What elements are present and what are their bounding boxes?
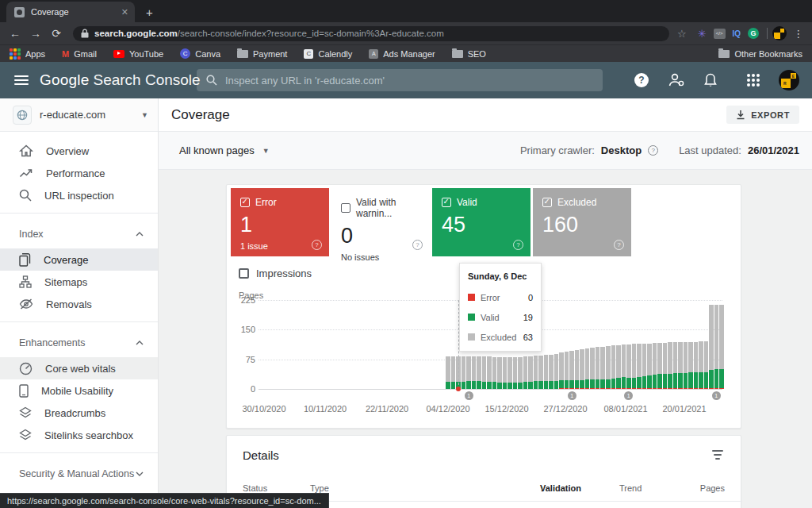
stacked-bar[interactable] <box>462 356 466 389</box>
hamburger-menu-icon[interactable] <box>14 73 29 87</box>
bookmark-ads-manager[interactable]: A Ads Manager <box>369 49 435 59</box>
browser-tab-coverage[interactable]: Coverage ✕ <box>6 2 135 22</box>
column-type[interactable]: Type <box>310 483 329 493</box>
stacked-bar[interactable] <box>642 344 647 389</box>
stacked-bar[interactable] <box>580 349 584 389</box>
stacked-bar[interactable] <box>492 357 497 389</box>
annotation-marker[interactable]: 1 <box>568 391 576 400</box>
stacked-bar[interactable] <box>534 356 538 389</box>
export-button[interactable]: EXPORT <box>726 106 799 124</box>
stacked-bar[interactable] <box>673 342 678 389</box>
stacked-bar[interactable] <box>518 357 523 389</box>
status-card-valid-with-warnings[interactable]: Valid with warnin... 0 No issues ? <box>331 188 430 256</box>
stacked-bar[interactable] <box>565 352 569 389</box>
sidebar-item-sitelinks-searchbox[interactable]: Sitelinks searchbox <box>0 424 158 446</box>
annotation-marker[interactable]: 1 <box>465 391 473 400</box>
column-trend[interactable]: Trend <box>619 483 642 493</box>
stacked-bar[interactable] <box>704 341 709 389</box>
status-card-valid[interactable]: Valid 45 ? <box>432 188 530 256</box>
help-icon[interactable]: ? <box>634 73 649 87</box>
stacked-bar[interactable] <box>688 342 693 389</box>
stacked-bar[interactable] <box>637 344 642 389</box>
stacked-bar[interactable] <box>596 347 600 389</box>
impressions-toggle[interactable]: Impressions <box>239 267 312 279</box>
stacked-bar[interactable] <box>538 356 543 389</box>
stacked-bar[interactable] <box>554 354 559 389</box>
status-card-error[interactable]: Error 1 1 issue ? <box>231 188 329 256</box>
stacked-bar[interactable] <box>472 356 477 389</box>
other-bookmarks[interactable]: Other Bookmarks <box>718 49 802 59</box>
address-bar[interactable]: search.google.com/search-console/index?r… <box>73 26 669 41</box>
stacked-bar[interactable] <box>719 305 724 389</box>
error-checkbox[interactable] <box>240 198 250 207</box>
stacked-bar[interactable] <box>663 343 668 389</box>
stacked-bar[interactable] <box>575 350 580 389</box>
sidebar-item-core-web-vitals[interactable]: Core web vitals <box>0 357 158 379</box>
extension-grammarly-icon[interactable]: G <box>748 28 759 39</box>
stacked-bar[interactable] <box>544 355 549 389</box>
browser-profile-avatar[interactable] <box>772 26 787 40</box>
stacked-bar[interactable] <box>590 348 595 389</box>
crawler-help-icon[interactable]: ? <box>648 145 658 156</box>
stacked-bar[interactable] <box>549 355 553 389</box>
impressions-checkbox[interactable] <box>239 268 249 279</box>
stacked-bar[interactable] <box>699 341 703 389</box>
stacked-bar[interactable] <box>482 356 487 389</box>
sidebar-item-sitemaps[interactable]: Sitemaps <box>0 271 158 293</box>
stacked-bar[interactable] <box>632 344 637 389</box>
bookmark-payment[interactable]: Payment <box>237 49 287 59</box>
new-tab-button[interactable]: + <box>146 6 153 18</box>
help-icon[interactable]: ? <box>513 240 523 250</box>
bookmark-gmail[interactable]: M Gmail <box>62 49 97 59</box>
google-apps-grid-icon[interactable] <box>747 74 760 87</box>
tab-close-icon[interactable]: ✕ <box>121 8 128 17</box>
help-icon[interactable]: ? <box>312 240 322 250</box>
stacked-bar[interactable] <box>513 357 518 389</box>
back-button-icon[interactable]: ← <box>5 27 25 40</box>
bookmark-star-icon[interactable]: ☆ <box>677 28 687 40</box>
stacked-bar[interactable] <box>694 342 699 389</box>
sidebar-item-url-inspection[interactable]: URL inspection <box>0 184 158 206</box>
bookmark-apps[interactable]: Apps <box>10 48 45 60</box>
account-settings-icon[interactable] <box>668 73 685 87</box>
stacked-bar[interactable] <box>451 356 456 389</box>
stacked-bar[interactable] <box>678 342 683 389</box>
gsc-logo[interactable]: GoogleSearch Console <box>40 71 201 89</box>
extension-flower-icon[interactable]: ✳ <box>698 28 707 40</box>
stacked-bar[interactable] <box>600 347 605 389</box>
stacked-bar[interactable] <box>657 343 662 389</box>
extension-code-icon[interactable]: </> <box>714 29 726 39</box>
annotation-marker[interactable]: 1 <box>712 391 721 400</box>
stacked-bar[interactable] <box>626 344 631 389</box>
excluded-checkbox[interactable] <box>542 198 552 207</box>
stacked-bar[interactable] <box>622 344 626 389</box>
status-card-excluded[interactable]: Excluded 160 ? <box>533 188 631 256</box>
sidebar-item-performance[interactable]: Performance <box>0 162 158 184</box>
sidebar-item-overview[interactable]: Overview <box>0 140 158 162</box>
annotation-marker[interactable]: 1 <box>624 391 633 400</box>
scope-filter-dropdown[interactable]: All known pages ▼ <box>179 144 270 156</box>
sidebar-item-removals[interactable]: Removals <box>0 293 158 315</box>
bookmark-calendly[interactable]: C Calendly <box>304 49 352 59</box>
stacked-bar[interactable] <box>497 357 502 389</box>
stacked-bar[interactable] <box>487 356 492 389</box>
stacked-bar[interactable] <box>528 356 533 389</box>
stacked-bar[interactable] <box>559 352 564 389</box>
stacked-bar[interactable] <box>477 356 481 389</box>
url-inspect-input[interactable] <box>225 75 593 87</box>
bookmark-canva[interactable]: C Canva <box>180 48 220 59</box>
stacked-bar[interactable] <box>647 344 652 389</box>
stacked-bar[interactable] <box>523 356 528 389</box>
stacked-bar[interactable] <box>684 342 688 389</box>
stacked-bar[interactable] <box>446 356 450 389</box>
sidebar-item-breadcrumbs[interactable]: Breadcrumbs <box>0 402 158 424</box>
column-pages[interactable]: Pages <box>700 483 725 493</box>
bookmark-seo[interactable]: SEO <box>452 49 486 59</box>
stacked-bar[interactable] <box>569 351 574 389</box>
section-index[interactable]: Index <box>0 220 158 248</box>
stacked-bar[interactable] <box>503 357 508 389</box>
url-inspect-searchbox[interactable] <box>197 69 603 91</box>
stacked-bar[interactable] <box>585 348 590 389</box>
section-security-manual-actions[interactable]: Security & Manual Actions <box>0 460 158 488</box>
help-icon[interactable]: ? <box>614 240 624 250</box>
